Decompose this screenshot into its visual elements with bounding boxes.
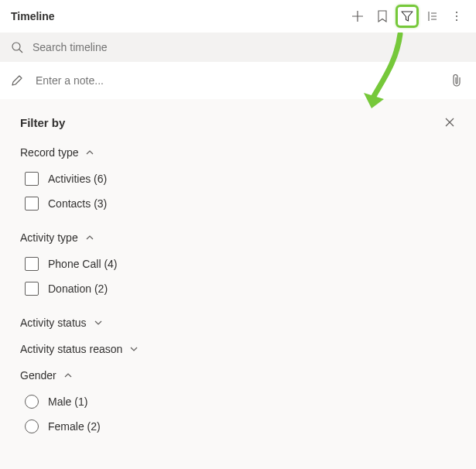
chevron-down-icon [93, 317, 104, 328]
close-icon [444, 117, 455, 128]
expand-collapse-button[interactable] [420, 5, 443, 28]
checkbox-icon [25, 197, 39, 211]
filter-icon [401, 10, 413, 22]
section-body-gender: Male (1) Female (2) [20, 389, 454, 439]
section-head-record-type[interactable]: Record type [20, 146, 95, 159]
chevron-down-icon [128, 344, 139, 354]
more-vertical-icon [450, 10, 463, 22]
option-label: Female (2) [48, 420, 101, 433]
note-row [0, 62, 476, 99]
more-button[interactable] [445, 5, 468, 28]
search-icon [11, 41, 23, 53]
close-filter-button[interactable] [440, 113, 459, 132]
option-phone-call[interactable]: Phone Call (4) [25, 252, 454, 276]
chevron-up-icon [84, 232, 95, 243]
section-body-activity-type: Phone Call (4) Donation (2) [20, 252, 454, 301]
svg-point-2 [456, 19, 457, 21]
pencil-icon [11, 74, 23, 87]
option-label: Male (1) [48, 395, 87, 408]
option-male[interactable]: Male (1) [25, 389, 454, 414]
section-label: Activity type [20, 231, 78, 244]
option-label: Activities (6) [48, 173, 107, 185]
option-label: Donation (2) [48, 282, 108, 295]
section-head-activity-status[interactable]: Activity status [20, 317, 104, 329]
section-body-record-type: Activities (6) Contacts (3) [20, 166, 454, 216]
note-input[interactable] [34, 74, 437, 87]
section-label: Activity status [20, 317, 87, 329]
filter-panel-title: Filter by [20, 116, 454, 129]
checkbox-icon [25, 257, 39, 271]
option-donation[interactable]: Donation (2) [25, 276, 454, 301]
radio-icon [25, 419, 39, 433]
filter-panel: Filter by Record type Activities (6) Con… [0, 99, 476, 469]
header-actions [346, 5, 468, 28]
svg-point-0 [456, 12, 457, 13]
section-label: Gender [20, 369, 57, 382]
section-head-activity-type[interactable]: Activity type [20, 231, 95, 244]
paperclip-icon [451, 74, 462, 87]
section-head-activity-status-reason[interactable]: Activity status reason [20, 343, 139, 355]
checkbox-icon [25, 282, 39, 296]
search-bar [0, 33, 476, 62]
timeline-header: Timeline [0, 0, 476, 33]
section-label: Activity status reason [20, 343, 122, 355]
filter-button[interactable] [396, 5, 419, 28]
plus-icon [351, 10, 364, 22]
section-label: Record type [20, 146, 78, 159]
section-head-gender[interactable]: Gender [20, 369, 74, 382]
attachment-button[interactable] [448, 74, 465, 87]
chevron-up-icon [84, 147, 95, 158]
bookmark-button[interactable] [371, 5, 394, 28]
page-title: Timeline [11, 10, 55, 22]
bookmark-icon [377, 10, 388, 22]
svg-point-3 [12, 43, 20, 50]
svg-point-1 [456, 15, 457, 17]
chevron-up-icon [63, 370, 74, 381]
option-contacts[interactable]: Contacts (3) [25, 191, 454, 216]
add-button[interactable] [346, 5, 369, 28]
option-activities[interactable]: Activities (6) [25, 166, 454, 191]
option-label: Contacts (3) [48, 197, 107, 210]
option-female[interactable]: Female (2) [25, 414, 454, 439]
checkbox-icon [25, 172, 39, 186]
search-input[interactable] [31, 40, 465, 54]
option-label: Phone Call (4) [48, 258, 118, 270]
expand-collapse-icon [426, 10, 438, 22]
radio-icon [25, 395, 39, 409]
